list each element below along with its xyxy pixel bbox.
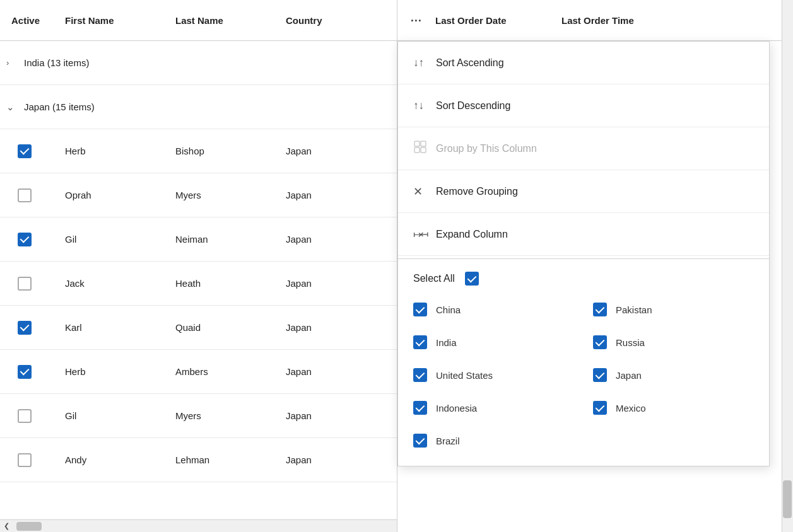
group-by-item: Group by This Column (398, 127, 769, 170)
cell-lastname-2: Neiman (175, 234, 286, 245)
cell-country-0: Japan (286, 146, 397, 156)
filter-grid: China Pakistan India Russia United State… (413, 297, 754, 453)
sort-ascending-item[interactable]: ↓↑ Sort Ascending (398, 42, 769, 84)
svg-rect-1 (421, 141, 426, 146)
cell-country-7: Japan (286, 454, 397, 465)
table-row: Herb Ambers Japan (0, 350, 397, 394)
cell-country-5: Japan (286, 366, 397, 377)
cell-firstname-3: Jack (65, 278, 175, 289)
chevron-down-icon: ⌄ (6, 101, 24, 113)
filter-item-india: India (413, 330, 574, 355)
filter-item-pakistan: Pakistan (593, 297, 754, 322)
table-row: Gil Neiman Japan (0, 217, 397, 262)
vertical-scrollbar[interactable] (782, 0, 793, 532)
remove-grouping-label: Remove Grouping (436, 186, 518, 197)
filter-label-japan: Japan (616, 370, 642, 381)
select-all-checkbox[interactable] (465, 272, 479, 286)
svg-rect-3 (421, 147, 426, 153)
row-checkbox-5[interactable] (18, 365, 32, 379)
cell-active-6 (0, 409, 65, 423)
expand-column-icon: ↦↤ (413, 228, 436, 240)
cell-active-7 (0, 453, 65, 467)
select-all-row: Select All (413, 272, 754, 286)
cell-firstname-2: Gil (65, 234, 175, 245)
filter-cb-india[interactable] (413, 335, 427, 349)
chevron-right-icon: › (6, 58, 24, 67)
filter-label-india: India (436, 337, 457, 348)
remove-grouping-icon: ✕ (413, 185, 436, 199)
row-checkbox-4[interactable] (18, 321, 32, 335)
col-header-country: Country (286, 15, 397, 26)
sort-descending-label: Sort Descending (436, 100, 510, 112)
cell-country-3: Japan (286, 278, 397, 289)
v-scrollbar-thumb[interactable] (783, 480, 792, 518)
row-checkbox-6[interactable] (18, 409, 32, 423)
cell-lastname-1: Myers (175, 190, 286, 200)
cell-firstname-1: Oprah (65, 190, 175, 200)
group-label-india: India (13 items) (24, 57, 89, 68)
filter-cb-pakistan[interactable] (593, 303, 607, 316)
row-checkbox-7[interactable] (18, 453, 32, 467)
group-row-japan[interactable]: ⌄ Japan (15 items) (0, 85, 397, 129)
filter-label-china: China (436, 304, 461, 315)
cell-lastname-7: Lehman (175, 454, 286, 465)
svg-rect-0 (414, 141, 420, 146)
filter-cb-mexico[interactable] (593, 401, 607, 415)
data-rows-container: Herb Bishop Japan Oprah Myers Japan Gil … (0, 129, 397, 482)
scrollbar-thumb[interactable] (16, 522, 42, 531)
filter-cb-japan[interactable] (593, 368, 607, 382)
filter-label-indonesia: Indonesia (436, 403, 477, 413)
scrollbar-arrow-left[interactable]: ❮ (0, 520, 13, 533)
col-header-last-order-time: Last Order Time (561, 15, 793, 26)
sort-ascending-label: Sort Ascending (436, 57, 504, 69)
cell-lastname-0: Bishop (175, 146, 286, 156)
row-checkbox-3[interactable] (18, 277, 32, 291)
filter-cb-brazil[interactable] (413, 434, 427, 448)
cell-country-2: Japan (286, 234, 397, 245)
filter-cb-indonesia[interactable] (413, 401, 427, 415)
table-row: Oprah Myers Japan (0, 173, 397, 217)
cell-lastname-5: Ambers (175, 366, 286, 377)
group-label-japan: Japan (15 items) (24, 101, 95, 112)
column-options-button[interactable]: ⋯ (397, 13, 435, 27)
row-checkbox-2[interactable] (18, 233, 32, 246)
sort-asc-icon: ↓↑ (413, 57, 436, 69)
cell-country-1: Japan (286, 190, 397, 200)
cell-lastname-6: Myers (175, 410, 286, 421)
filter-item-mexico: Mexico (593, 395, 754, 420)
filter-item-brazil: Brazil (413, 428, 574, 453)
group-by-label: Group by This Column (436, 143, 537, 154)
filter-label-united-states: United States (436, 370, 493, 381)
column-dropdown-menu: ↓↑ Sort Ascending ↑↓ Sort Descending Gro… (397, 41, 770, 466)
expand-column-item[interactable]: ↦↤ Expand Column (398, 213, 769, 256)
cell-lastname-4: Quaid (175, 322, 286, 333)
row-checkbox-0[interactable] (18, 144, 32, 158)
filter-section: Select All China Pakistan India Russia U… (398, 262, 769, 453)
cell-active-4 (0, 321, 65, 335)
table-row: Gil Myers Japan (0, 394, 397, 438)
horizontal-scrollbar[interactable]: ❮ (0, 519, 397, 532)
cell-country-6: Japan (286, 410, 397, 421)
filter-item-united-states: United States (413, 362, 574, 388)
right-headers: ⋯ Last Order Date Last Order Time (397, 0, 793, 41)
select-all-label: Select All (413, 273, 455, 284)
filter-item-empty (593, 428, 754, 453)
table-header: Active First Name Last Name Country (0, 0, 397, 41)
cell-active-2 (0, 233, 65, 246)
group-row-india[interactable]: › India (13 items) (0, 41, 397, 85)
cell-firstname-7: Andy (65, 454, 175, 465)
filter-cb-china[interactable] (413, 303, 427, 316)
filter-cb-russia[interactable] (593, 335, 607, 349)
row-checkbox-1[interactable] (18, 188, 32, 202)
table-row: Herb Bishop Japan (0, 129, 397, 173)
expand-column-label: Expand Column (436, 229, 508, 240)
remove-grouping-item[interactable]: ✕ Remove Grouping (398, 170, 769, 213)
filter-item-china: China (413, 297, 574, 322)
sort-descending-item[interactable]: ↑↓ Sort Descending (398, 84, 769, 127)
filter-cb-united-states[interactable] (413, 368, 427, 382)
cell-active-3 (0, 277, 65, 291)
col-header-last-order-date: Last Order Date (435, 15, 561, 26)
filter-label-russia: Russia (616, 337, 645, 348)
cell-country-4: Japan (286, 322, 397, 333)
cell-firstname-5: Herb (65, 366, 175, 377)
